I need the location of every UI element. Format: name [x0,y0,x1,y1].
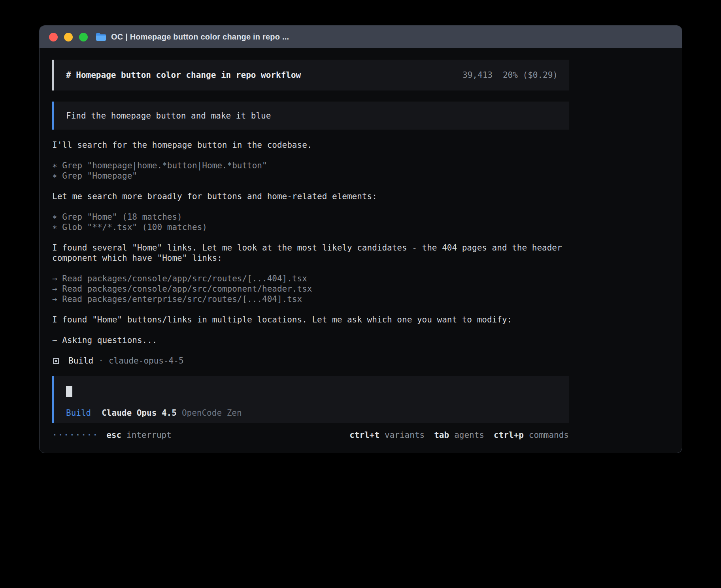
commands-key: ctrl+p [494,430,524,440]
agents-key: tab [434,430,449,440]
spinner-dots-icon: ········ [52,430,98,440]
interrupt-key: esc [106,430,121,440]
assistant-paragraph: Let me search more broadly for buttons a… [52,191,569,202]
status-bar-right: ctrl+t variants tab agents ctrl+p comman… [349,430,569,440]
commands-label: commands [529,430,569,440]
status-bar-left: ········ esc interrupt [52,430,172,440]
agent-separator: · [98,356,104,366]
minimize-button[interactable] [64,33,73,41]
session-header: # Homepage button color change in repo w… [52,60,569,90]
token-count: 39,413 [462,70,493,80]
tool-call-group: → Read packages/console/app/src/routes/[… [52,273,569,304]
traffic-lights [49,33,88,41]
window-titlebar[interactable]: OC | Homepage button color change in rep… [40,26,682,48]
status-bar: ········ esc interrupt ctrl+t variants t… [52,430,569,440]
model-selector[interactable]: Claude Opus 4.5 [102,408,177,418]
working-status: ~ Asking questions... [52,335,569,345]
provider-label: OpenCode Zen [182,408,242,418]
variants-label: variants [385,430,425,440]
agents-hint[interactable]: tab agents [434,430,484,440]
agent-task-row: Build · claude-opus-4-5 [52,356,569,366]
window-title: OC | Homepage button color change in rep… [111,32,289,41]
assistant-paragraph: I found several "Home" links. Let me loo… [52,243,569,263]
context-usage: 20% ($0.29) [503,70,558,80]
variants-hint[interactable]: ctrl+t variants [349,430,425,440]
input-status-line: Build Claude Opus 4.5 OpenCode Zen [66,408,557,418]
session-title: # Homepage button color change in repo w… [66,70,301,80]
tool-call-grep: ∗ Grep "Home" (18 matches) [52,212,569,222]
session-stats: 39,413 20% ($0.29) [462,70,558,80]
assistant-paragraph: I'll search for the homepage button in t… [52,140,569,150]
mode-badge[interactable]: Build [66,408,91,418]
agent-model: claude-opus-4-5 [109,356,184,366]
prompt-input[interactable]: Build Claude Opus 4.5 OpenCode Zen [52,376,569,423]
zoom-button[interactable] [79,33,88,41]
tool-call-glob: ∗ Glob "**/*.tsx" (100 matches) [52,222,569,232]
agent-name: Build [68,356,93,366]
tool-call-grep: ∗ Grep "Homepage" [52,171,569,181]
text-cursor [66,386,72,397]
tool-call-read: → Read packages/enterprise/src/routes/[.… [52,294,569,304]
tool-call-grep: ∗ Grep "homepage|home.*button|Home.*butt… [52,160,569,171]
tool-call-read: → Read packages/console/app/src/routes/[… [52,273,569,284]
agents-label: agents [454,430,484,440]
tool-call-read: → Read packages/console/app/src/componen… [52,284,569,294]
close-button[interactable] [49,33,58,41]
assistant-paragraph: I found "Home" buttons/links in multiple… [52,315,569,325]
user-message: Find the homepage button and make it blu… [52,102,569,130]
folder-icon [96,33,106,41]
terminal-content: # Homepage button color change in repo w… [40,48,682,440]
tool-call-group: ∗ Grep "homepage|home.*button|Home.*butt… [52,160,569,181]
terminal-window: OC | Homepage button color change in rep… [39,25,682,453]
variants-key: ctrl+t [349,430,379,440]
tool-call-group: ∗ Grep "Home" (18 matches) ∗ Glob "**/*.… [52,212,569,232]
user-message-text: Find the homepage button and make it blu… [66,111,271,121]
commands-hint[interactable]: ctrl+p commands [494,430,569,440]
interrupt-label: interrupt [126,430,172,440]
agent-square-icon [53,358,59,364]
interrupt-hint[interactable]: esc interrupt [106,430,172,440]
